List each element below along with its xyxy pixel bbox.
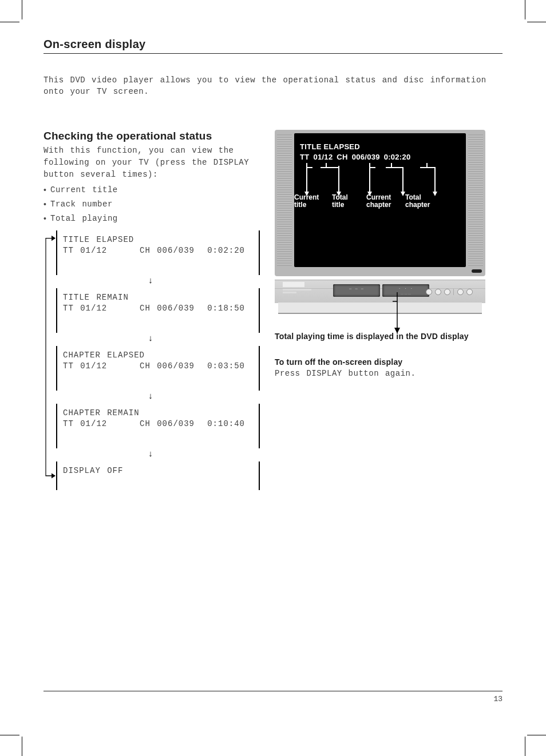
subsection-body: Press DISPLAY button again.	[275, 368, 503, 380]
page-content: On-screen display This DVD video player …	[43, 38, 503, 490]
svg-marker-1	[52, 473, 56, 478]
page-footer: 13	[43, 691, 503, 703]
cycle-arrow-icon	[43, 230, 56, 490]
callout-label: Total	[405, 193, 421, 201]
list-item: •Track number	[43, 198, 260, 210]
callout-label: chapter	[405, 201, 430, 209]
osd-line2: TT 01/12 CH 006/039 0:02:20	[300, 153, 464, 161]
chapter-field: CH 006/039	[140, 246, 205, 255]
state-label: CHAPTER REMAIN	[63, 408, 253, 417]
right-column: TITLE ELAPSED TT 01/12 CH 006/039 0:02:2…	[275, 130, 503, 490]
crop-mark	[0, 22, 19, 22]
display-state-box: DISPLAY OFF	[56, 461, 260, 490]
callout-label: Current	[366, 193, 391, 201]
dvd-display-panel: · · ·— — —	[382, 284, 429, 297]
tv-caption: Total playing time is displayed in the D…	[275, 331, 503, 342]
callout-label: Current	[294, 193, 319, 201]
callout-label: Total	[332, 193, 348, 201]
state-label: TITLE REMAIN	[63, 293, 253, 302]
state-label: CHAPTER ELAPSED	[63, 351, 253, 360]
dvd-button-icon	[466, 289, 473, 295]
dvd-button-icon	[426, 289, 432, 295]
crop-mark	[525, 737, 525, 756]
bullet-icon: •	[43, 198, 50, 210]
intro-paragraph: This DVD video player allows you to view…	[43, 74, 503, 98]
down-arrow-icon: ↓	[56, 392, 245, 401]
down-arrow-icon: ↓	[56, 334, 245, 344]
dvd-tray: – – –	[333, 284, 380, 297]
list-item: •Total playing	[43, 213, 260, 225]
osd-line1: TITLE ELAPSED	[300, 142, 464, 151]
list-item-label: Track number	[50, 198, 113, 210]
crop-mark	[527, 22, 546, 22]
dvd-text	[283, 289, 311, 291]
list-item-label: Total playing	[50, 213, 118, 225]
crop-mark	[0, 735, 19, 735]
time-field: 0:03:50	[205, 361, 245, 371]
section-heading: Checking the operational status	[43, 130, 260, 142]
callout-label: title	[294, 201, 306, 209]
time-field: 0:18:50	[205, 304, 245, 313]
dvd-button-icon	[435, 289, 441, 295]
pointer-arrow-icon	[396, 292, 397, 324]
left-column: Checking the operational status With thi…	[43, 130, 260, 490]
list-item: •Current title	[43, 184, 260, 196]
dvd-stand	[278, 303, 482, 314]
chapter-field: CH 006/039	[140, 361, 205, 371]
bullet-icon: •	[43, 213, 50, 225]
callout-labels: Currenttitle Totaltitle Currentchapter T…	[294, 194, 472, 210]
dvd-text	[283, 297, 317, 299]
state-flow: TITLE ELAPSED TT 01/12 CH 006/039 0:02:2…	[56, 230, 260, 490]
page-title: On-screen display	[43, 38, 503, 54]
page-number: 13	[43, 695, 503, 703]
display-state-box: CHAPTER ELAPSED TT 01/12 CH 006/039 0:03…	[56, 346, 260, 391]
title-field: TT 01/12	[63, 419, 140, 428]
manual-page: On-screen display This DVD video player …	[0, 0, 546, 756]
subsection-heading: To turn off the on-screen display	[275, 357, 503, 367]
crop-mark	[527, 735, 546, 735]
state-label: DISPLAY OFF	[63, 466, 253, 475]
display-state-box: CHAPTER REMAIN TT 01/12 CH 006/039 0:10:…	[56, 404, 260, 448]
svg-marker-7	[394, 328, 400, 333]
down-arrow-icon: ↓	[56, 449, 245, 459]
dvd-button-icon	[444, 289, 450, 295]
time-field: 0:02:20	[205, 246, 245, 255]
dvd-button-icon	[457, 289, 464, 295]
chapter-field: CH 006/039	[140, 304, 205, 313]
footer-rule	[43, 691, 503, 691]
list-item-label: Current title	[50, 184, 118, 196]
dvd-badge	[283, 282, 304, 287]
dvd-buttons	[426, 289, 473, 295]
title-field: TT 01/12	[63, 304, 140, 313]
bullet-icon: •	[43, 184, 50, 196]
callout-label: title	[332, 201, 344, 209]
crop-mark	[525, 0, 525, 19]
crop-mark	[22, 0, 22, 19]
tv-led-icon	[472, 269, 482, 273]
chapter-field: CH 006/039	[140, 419, 205, 428]
callout-label: chapter	[366, 201, 391, 209]
time-field: 0:10:40	[205, 419, 245, 428]
display-state-box: TITLE ELAPSED TT 01/12 CH 006/039 0:02:2…	[56, 230, 260, 275]
crop-mark	[22, 737, 22, 756]
tv-speaker-left	[277, 134, 292, 266]
bullet-list: •Current title •Track number •Total play…	[43, 184, 260, 225]
display-state-box: TITLE REMAIN TT 01/12 CH 006/039 0:18:50	[56, 288, 260, 333]
section-lead: With this function, you can view the fol…	[43, 145, 260, 181]
down-arrow-icon: ↓	[56, 276, 245, 286]
dvd-text	[283, 292, 296, 293]
tv-illustration: TITLE ELAPSED TT 01/12 CH 006/039 0:02:2…	[275, 130, 485, 313]
osd-overlay: TITLE ELAPSED TT 01/12 CH 006/039 0:02:2…	[300, 142, 464, 161]
title-field: TT 01/12	[63, 246, 140, 255]
state-label: TITLE ELAPSED	[63, 235, 253, 244]
svg-marker-0	[52, 236, 56, 241]
title-field: TT 01/12	[63, 361, 140, 371]
separator-icon	[453, 289, 454, 295]
